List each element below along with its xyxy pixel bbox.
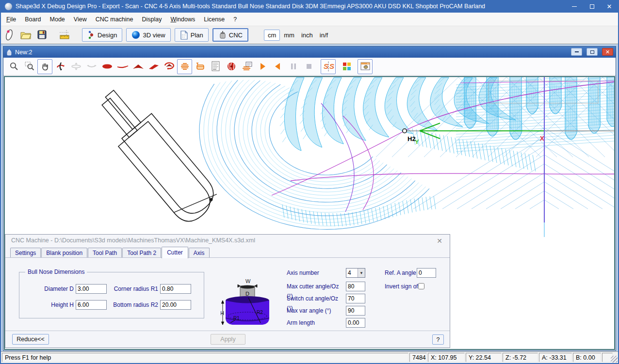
close-button[interactable]: ✕	[601, 0, 618, 13]
menu-view[interactable]: View	[69, 14, 91, 25]
toolpath-page-icon[interactable]	[239, 59, 254, 74]
toolpath-lines-icon[interactable]	[177, 59, 192, 74]
dialog-close-button[interactable]: ✕	[435, 237, 444, 245]
zoom-window-icon[interactable]	[22, 59, 37, 74]
tab-tool-path[interactable]: Tool Path	[88, 248, 122, 258]
help-button[interactable]: ?	[432, 334, 444, 345]
machine-icon[interactable]	[193, 59, 208, 74]
play-icon[interactable]	[255, 59, 270, 74]
color-layers-icon[interactable]	[339, 59, 354, 74]
units-selector: cm mm inch in/f	[264, 30, 331, 41]
thin-profile-icon[interactable]	[115, 59, 130, 74]
3d-view-label: 3D view	[143, 32, 165, 39]
step-back-icon[interactable]	[270, 59, 285, 74]
diameter-input[interactable]	[76, 284, 107, 294]
sphere-icon	[131, 31, 140, 39]
axis-number-select[interactable]: 4 ▼	[346, 268, 365, 278]
zoom-icon[interactable]	[6, 59, 21, 74]
bottom-radius-input[interactable]	[160, 300, 191, 310]
diameter-label: Diameter D	[29, 284, 74, 294]
bull-nose-group: Bull Nose Dimensions Diameter D Corner r…	[19, 272, 204, 318]
diagram-r2-label: R2	[257, 310, 263, 315]
menu-file[interactable]: File	[2, 14, 20, 25]
unit-inch[interactable]: inch	[298, 30, 316, 40]
unit-cm[interactable]: cm	[264, 30, 280, 41]
document-icon	[6, 49, 13, 56]
tab-cutter[interactable]: Cutter	[162, 247, 188, 258]
save-icon[interactable]	[34, 28, 50, 42]
stop-icon[interactable]	[301, 59, 316, 74]
disk-tool-icon[interactable]	[224, 59, 239, 74]
cross-section-icon[interactable]	[130, 59, 146, 74]
unit-inf[interactable]: in/f	[317, 30, 331, 40]
doc-close-button[interactable]: ✕	[602, 48, 613, 56]
outline-view-icon[interactable]	[99, 59, 114, 74]
title-bar[interactable]: Shape3d X Debug Design Pro - Export - Sc…	[1, 0, 618, 13]
menu-license[interactable]: License	[199, 14, 229, 25]
max-cutter-angle-input[interactable]	[346, 282, 365, 291]
design-view-button[interactable]: Design	[82, 28, 122, 42]
resize-grip[interactable]	[611, 356, 618, 363]
measure-icon[interactable]	[57, 28, 73, 42]
dialog-title: CNC Machine - D:\Documents\S3d models\Ma…	[11, 237, 255, 244]
doc-minimize-button[interactable]	[571, 48, 582, 56]
chevron-down-icon: ▼	[358, 269, 365, 277]
tab-settings[interactable]: Settings	[10, 248, 41, 258]
arm-length-input[interactable]	[346, 318, 365, 328]
symmetry-icon[interactable]: SS	[321, 59, 336, 74]
cnc-view-button[interactable]: CNC	[212, 28, 248, 42]
unit-mm[interactable]: mm	[281, 30, 297, 40]
close-icon: ✕	[607, 3, 612, 10]
max-var-angle-input[interactable]	[346, 306, 365, 316]
maximize-button[interactable]	[583, 0, 601, 13]
document-toolbar: SS	[3, 58, 616, 76]
menu-bar: File Board Mode View CNC machine Display…	[1, 13, 618, 26]
switch-cut-angle-input[interactable]	[346, 294, 365, 303]
flip-horizontal-icon[interactable]	[84, 59, 99, 74]
menu-board[interactable]: Board	[20, 14, 45, 25]
document-title-bar[interactable]: New:2 ✕	[3, 47, 616, 58]
menu-windows[interactable]: Windows	[166, 14, 199, 25]
invert-sign-checkbox[interactable]	[418, 283, 424, 289]
menu-display[interactable]: Display	[137, 14, 166, 25]
ref-a-angle-input[interactable]	[417, 268, 436, 278]
corner-radius-label: Corner radius R1	[113, 284, 158, 294]
tab-tool-path-2[interactable]: Tool Path 2	[122, 248, 161, 258]
cutter-diagram: W D R2 R1 H	[221, 266, 274, 327]
menu-mode[interactable]: Mode	[46, 14, 69, 25]
corner-radius-input[interactable]	[160, 284, 191, 294]
reduce-button[interactable]: Reduce<<	[12, 334, 49, 345]
tab-axis[interactable]: Axis	[189, 248, 210, 258]
svg-text:S: S	[324, 62, 328, 70]
minimize-icon	[572, 6, 577, 7]
doc-close-icon: ✕	[605, 49, 610, 55]
3d-view-button[interactable]: 3D view	[126, 28, 170, 42]
status-a-cell: A: -33.31	[539, 353, 572, 362]
apply-button[interactable]: Apply	[211, 334, 245, 345]
deck-view-icon[interactable]	[146, 59, 161, 74]
doc-maximize-button[interactable]	[586, 48, 598, 56]
pan-hand-icon[interactable]	[37, 59, 52, 74]
open-file-icon[interactable]	[18, 28, 33, 42]
gcode-listing-icon[interactable]	[208, 59, 223, 74]
app-icon	[5, 3, 12, 10]
menu-help[interactable]: ?	[229, 14, 241, 25]
status-count-cell: 7484	[409, 353, 427, 362]
dialog-tabs: Settings Blank position Tool Path Tool P…	[10, 247, 210, 258]
rotate-view-icon[interactable]	[53, 59, 68, 74]
design-view-label: Design	[98, 32, 117, 39]
document-title: New:2	[15, 49, 32, 56]
menu-cnc-machine[interactable]: CNC machine	[91, 14, 138, 25]
design-icon	[87, 31, 95, 39]
height-input[interactable]	[76, 300, 107, 310]
machine-window-icon[interactable]	[358, 59, 373, 74]
pause-icon[interactable]	[286, 59, 301, 74]
status-y-cell: Y: 22.54	[466, 353, 502, 362]
minimize-button[interactable]	[566, 0, 583, 13]
axis-number-label: Axis number	[287, 268, 345, 278]
flip-vertical-icon[interactable]	[68, 59, 83, 74]
new-board-icon[interactable]	[1, 28, 17, 42]
tab-blank-position[interactable]: Blank position	[41, 248, 87, 258]
rotate-board-icon[interactable]	[162, 59, 177, 74]
plan-view-button[interactable]: Plan	[175, 28, 209, 42]
